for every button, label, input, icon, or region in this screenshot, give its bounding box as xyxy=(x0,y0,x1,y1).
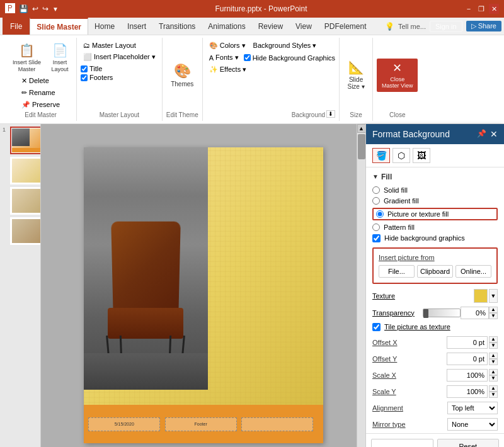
solid-fill-row: Solid fill xyxy=(372,186,498,194)
insert-placeholder-button[interactable]: ⬜ Insert Placeholder ▾ xyxy=(81,52,158,62)
gradient-fill-radio[interactable] xyxy=(372,197,380,205)
background-styles-button[interactable]: Background Styles ▾ xyxy=(251,40,319,51)
scale-x-spin-down[interactable]: ▼ xyxy=(489,375,498,382)
close-button[interactable]: ✕ xyxy=(489,4,499,14)
alignment-dropdown[interactable]: Top left Top Top right Left Center xyxy=(447,402,498,414)
fill-tab-button[interactable]: 🪣 xyxy=(372,148,390,163)
scale-x-input[interactable] xyxy=(447,369,488,382)
sign-in-button[interactable]: Sign in xyxy=(430,21,462,32)
slide-size-button[interactable]: 📐 SlideSize ▾ xyxy=(343,57,369,93)
preserve-button[interactable]: 📌 Preserve xyxy=(19,99,62,110)
mirror-type-dropdown[interactable]: None Horizontal Vertical Both xyxy=(447,418,498,431)
scale-x-spin-up[interactable]: ▲ xyxy=(489,369,498,375)
offset-y-input[interactable] xyxy=(447,353,488,365)
transparency-spin-down[interactable]: ▼ xyxy=(489,313,498,319)
title-checkbox[interactable] xyxy=(81,65,88,72)
offset-x-input[interactable] xyxy=(447,336,488,349)
online-button[interactable]: Online... xyxy=(455,265,491,278)
quick-save-icon[interactable]: 💾 xyxy=(19,4,28,13)
offset-x-spinner: ▲ ▼ xyxy=(489,336,498,349)
panel-close-button[interactable]: ✕ xyxy=(490,129,498,139)
colors-label: Colors ▾ xyxy=(220,42,246,50)
tab-insert[interactable]: Insert xyxy=(121,18,152,35)
close-master-view-button[interactable]: ✕ CloseMaster View xyxy=(377,59,418,93)
hide-bg-checkbox[interactable] xyxy=(244,54,251,61)
offset-y-spin-up[interactable]: ▲ xyxy=(489,353,498,359)
fill-tab-icon: 🪣 xyxy=(376,150,387,161)
footer-text-box[interactable]: Footer xyxy=(165,417,237,431)
minimize-button[interactable]: − xyxy=(464,4,474,14)
transparency-spin-up[interactable]: ▲ xyxy=(489,307,498,313)
panel-pin-icon[interactable]: 📌 xyxy=(477,129,486,139)
quick-customize-icon[interactable]: ▼ xyxy=(52,6,59,13)
scale-y-spin-down[interactable]: ▼ xyxy=(489,392,498,398)
offset-x-spin-down[interactable]: ▼ xyxy=(489,342,498,349)
colors-button[interactable]: 🎨 Colors ▾ xyxy=(207,40,248,51)
slide-4-preview xyxy=(12,219,41,243)
solid-fill-radio[interactable] xyxy=(372,186,380,194)
slide-thumb-4[interactable] xyxy=(10,217,41,245)
scale-y-value: ▲ ▼ xyxy=(447,385,498,398)
chair-back xyxy=(111,222,180,314)
reset-background-button[interactable]: Reset Background xyxy=(437,439,500,447)
insert-layout-icon: 📄 xyxy=(52,43,68,58)
page-num-box[interactable] xyxy=(241,417,313,431)
master-layout-button[interactable]: 🗂 Master Layout xyxy=(81,40,139,50)
insert-layout-button[interactable]: 📄 InsertLayout xyxy=(47,40,72,76)
delete-button[interactable]: ✕ Delete xyxy=(19,76,52,86)
close-label: Close xyxy=(389,110,406,118)
quick-undo-icon[interactable]: ↩ xyxy=(32,4,38,13)
apply-to-all-button[interactable]: Apply to All xyxy=(371,439,433,447)
insert-slide-master-button[interactable]: 📋 Insert SlideMaster xyxy=(9,40,45,76)
scale-y-spin-up[interactable]: ▲ xyxy=(489,385,498,392)
scale-x-row: Scale X ▲ ▼ xyxy=(372,369,498,382)
restore-button[interactable]: ❐ xyxy=(476,4,486,14)
transparency-input[interactable] xyxy=(461,307,489,319)
slide-thumb-1[interactable] xyxy=(10,127,41,154)
tab-slide-master[interactable]: Slide Master xyxy=(30,18,88,35)
file-button[interactable]: File... xyxy=(379,265,415,278)
effects-tab-button[interactable]: ⬡ xyxy=(392,148,410,163)
tab-review[interactable]: Review xyxy=(252,18,289,35)
scroll-thumb[interactable] xyxy=(358,134,365,159)
effects-button[interactable]: ✨ Effects ▾ xyxy=(207,64,249,75)
fill-section-header: ▼ Fill xyxy=(372,173,498,181)
edit-theme-label: Edit Theme xyxy=(166,110,198,118)
tab-home[interactable]: Home xyxy=(88,18,121,35)
background-expand-icon[interactable]: ⬇ xyxy=(326,110,335,118)
transparency-slider[interactable] xyxy=(423,308,461,317)
picture-fill-row: Picture or texture fill xyxy=(372,208,498,220)
image-tab-button[interactable]: 🖼 xyxy=(413,148,430,163)
tab-transitions[interactable]: Transitions xyxy=(152,18,202,35)
fill-collapse-icon[interactable]: ▼ xyxy=(372,173,379,180)
offset-y-spin-down[interactable]: ▼ xyxy=(489,359,498,365)
vertical-scrollbar[interactable]: ▲ ▼ xyxy=(357,124,365,447)
tile-picture-checkbox[interactable] xyxy=(372,323,381,331)
fonts-button[interactable]: A Fonts ▾ xyxy=(207,52,241,63)
picture-fill-radio[interactable] xyxy=(376,210,384,218)
clipboard-button[interactable]: Clipboard xyxy=(417,265,453,278)
slide-thumb-3[interactable] xyxy=(10,187,41,215)
slide-1-preview xyxy=(12,128,41,152)
themes-button[interactable]: 🎨 Themes xyxy=(166,60,198,90)
slide-thumb-2[interactable] xyxy=(10,157,41,184)
tab-pdfelement[interactable]: PDFelement xyxy=(318,18,373,35)
hide-bg-graphics-checkbox[interactable] xyxy=(372,234,381,242)
tell-me-text[interactable]: Tell me... xyxy=(398,23,426,30)
date-footer-box[interactable]: 5/15/2020 xyxy=(88,417,160,431)
tab-view[interactable]: View xyxy=(289,18,318,35)
scroll-up-button[interactable]: ▲ xyxy=(357,124,366,133)
scale-y-input[interactable] xyxy=(447,385,488,398)
texture-dropdown-button[interactable]: ▼ xyxy=(489,289,498,303)
texture-preview xyxy=(474,289,488,303)
panel-icon-tabs: 🪣 ⬡ 🖼 xyxy=(366,144,504,167)
footers-checkbox[interactable] xyxy=(81,74,88,81)
rename-button[interactable]: ✏ Rename xyxy=(19,88,58,98)
pattern-fill-radio[interactable] xyxy=(372,224,380,231)
quick-redo-icon[interactable]: ↪ xyxy=(42,4,49,13)
tab-file[interactable]: File xyxy=(3,18,30,35)
share-button[interactable]: ▷ Share xyxy=(466,21,501,31)
tab-animations[interactable]: Animations xyxy=(202,18,251,35)
offset-x-spin-up[interactable]: ▲ xyxy=(489,336,498,342)
edit-master-label: Edit Master xyxy=(25,110,57,118)
